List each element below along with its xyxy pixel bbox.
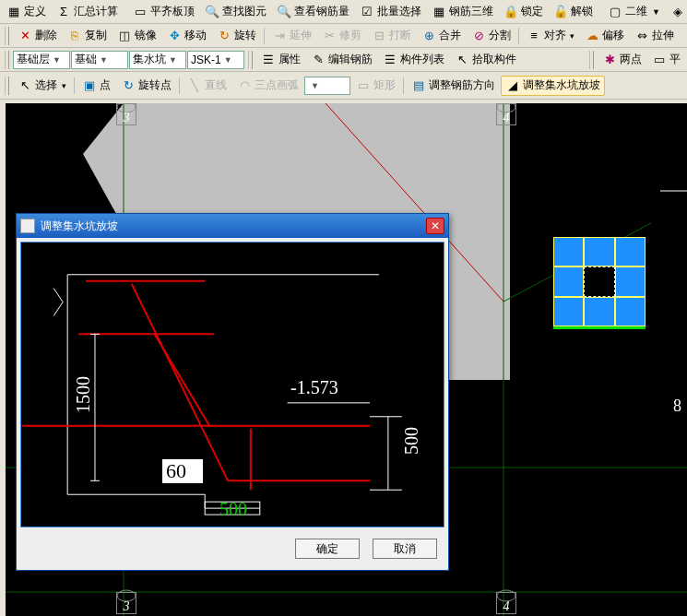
parallel-button[interactable]: ▭平 [647, 50, 685, 70]
lock-button[interactable]: 🔒锁定 [499, 2, 548, 22]
find-elem-button[interactable]: 🔍查找图元 [200, 2, 271, 22]
cursor-icon: ↖ [18, 78, 32, 93]
dialog-canvas: 1500 500 500 -1.573 [20, 242, 444, 527]
arc-icon: ◠ [237, 78, 252, 93]
break-button: ⊟打断 [367, 26, 416, 46]
minimap-grid [553, 237, 646, 329]
mirror-button[interactable]: ◫镜像 [113, 26, 161, 46]
grid3d-icon: ▦ [432, 5, 446, 19]
batch-select-button[interactable]: ☑批量选择 [355, 2, 426, 22]
trim-icon: ✂ [322, 29, 337, 43]
angle-input[interactable] [161, 458, 204, 484]
isometric-button[interactable]: ◈俯视 [666, 2, 687, 22]
cancel-button[interactable]: 取消 [373, 539, 437, 559]
align-button[interactable]: ≡对齐▾ [522, 26, 579, 46]
merge-icon: ⊕ [421, 29, 436, 43]
point-button[interactable]: ▣点 [77, 76, 115, 96]
copy-button[interactable]: ⎘复制 [63, 26, 112, 46]
line-button: ╲直线 [183, 76, 231, 96]
rect-icon: ▭ [356, 78, 371, 93]
view2d-dropdown[interactable]: ▢二维▼ [603, 2, 665, 22]
adjust-rebar-dir-button[interactable]: ▤调整钢筋方向 [407, 76, 500, 96]
multi-select-icon: ☑ [360, 5, 374, 19]
ruler-icon: 🔍 [277, 5, 291, 19]
two-point-icon: ✱ [602, 53, 617, 67]
grip-icon [5, 51, 9, 69]
copy-icon: ⎘ [67, 29, 82, 43]
iso-icon: ◈ [670, 5, 685, 19]
point-icon: ▣ [82, 78, 97, 93]
offset-icon: ☁ [585, 29, 599, 43]
edit-icon: ✎ [311, 53, 326, 67]
ok-button[interactable]: 确定 [295, 539, 360, 559]
axis-marker-3: 3 [116, 103, 136, 125]
member-list-button[interactable]: ☰构件列表 [378, 50, 449, 70]
extend-icon: ⇥ [272, 29, 287, 43]
sum-calc-button[interactable]: Σ汇总计算 [52, 2, 123, 22]
parallel-icon: ▭ [652, 53, 667, 67]
dim-500v: 500 [401, 427, 422, 455]
close-button[interactable]: ✕ [426, 218, 444, 234]
direction-icon: ▤ [411, 78, 426, 93]
dim-1500: 1500 [73, 376, 94, 413]
grip-icon [248, 51, 253, 69]
edit-rebar-button[interactable]: ✎编辑钢筋 [306, 50, 377, 70]
rotate-point-button[interactable]: ↻旋转点 [116, 76, 176, 96]
unlock-button[interactable]: 🔓解锁 [549, 2, 598, 22]
split-icon: ⊘ [471, 29, 486, 43]
svg-line-16 [155, 334, 210, 425]
property-button[interactable]: ☰属性 [256, 50, 305, 70]
define-button[interactable]: ▦定义 [2, 2, 51, 22]
align-icon: ▭ [133, 5, 148, 19]
extend-button: ⇥延伸 [267, 26, 316, 46]
category-dropdown[interactable]: 基础▼ [71, 51, 128, 69]
rect-button: ▭矩形 [351, 76, 400, 96]
merge-button[interactable]: ⊕合并 [417, 26, 466, 46]
svg-line-15 [132, 284, 228, 481]
rotate-button[interactable]: ↻旋转 [212, 26, 261, 46]
dialog-title: 调整集水坑放坡 [41, 219, 118, 234]
break-icon: ⊟ [372, 29, 386, 43]
adjust-sump-dialog: 调整集水坑放坡 ✕ [16, 213, 449, 571]
type-dropdown[interactable]: 集水坑▼ [129, 51, 186, 69]
pick-member-button[interactable]: ↖拾取构件 [450, 50, 521, 70]
trim-button: ✂修剪 [317, 26, 366, 46]
delete-button[interactable]: ✕删除 [13, 26, 62, 46]
dim-500w: 500 [219, 499, 247, 520]
grid-icon: ▦ [6, 5, 21, 19]
dialog-titlebar[interactable]: 调整集水坑放坡 ✕ [17, 214, 448, 238]
grip-icon [5, 27, 9, 45]
property-icon: ☰ [261, 53, 276, 67]
mirror-icon: ◫ [117, 29, 132, 43]
floor-dropdown[interactable]: 基础层▼ [13, 51, 70, 69]
move-icon: ✥ [167, 29, 182, 43]
lock-icon: 🔒 [503, 5, 518, 19]
offset-button[interactable]: ☁偏移 [580, 26, 629, 46]
right-num: 8 [673, 397, 681, 416]
stretch-button[interactable]: ⇔拉伸 [630, 26, 679, 46]
view2d-icon: ▢ [608, 5, 622, 19]
dim-slope: -1.573 [290, 377, 338, 398]
check-rebar-button[interactable]: 🔍查看钢筋量 [272, 2, 354, 22]
select-button[interactable]: ↖选择▾ [13, 76, 71, 96]
grip-icon [589, 51, 594, 69]
grip-icon [5, 77, 9, 95]
code-dropdown[interactable]: JSK-1▼ [187, 51, 244, 69]
two-point-button[interactable]: ✱两点 [598, 50, 646, 70]
line-icon: ╲ [187, 78, 202, 93]
adjust-sump-slope-button[interactable]: ◢调整集水坑放坡 [501, 76, 605, 96]
shape-dropdown: ▼ [304, 77, 350, 95]
stretch-icon: ⇔ [634, 29, 649, 43]
split-button[interactable]: ⊘分割 [467, 26, 515, 46]
rotate-icon: ↻ [217, 29, 231, 43]
dialog-icon [20, 219, 35, 233]
delete-icon: ✕ [18, 29, 32, 43]
align-icon: ≡ [527, 29, 541, 43]
slope-icon: ◢ [505, 78, 520, 93]
sigma-icon: Σ [56, 5, 71, 19]
align-top-button[interactable]: ▭平齐板顶 [128, 2, 199, 22]
rebar-3d-button[interactable]: ▦钢筋三维 [427, 2, 498, 22]
rotate-point-icon: ↻ [121, 78, 136, 93]
pick-icon: ↖ [455, 53, 469, 67]
move-button[interactable]: ✥移动 [162, 26, 211, 46]
